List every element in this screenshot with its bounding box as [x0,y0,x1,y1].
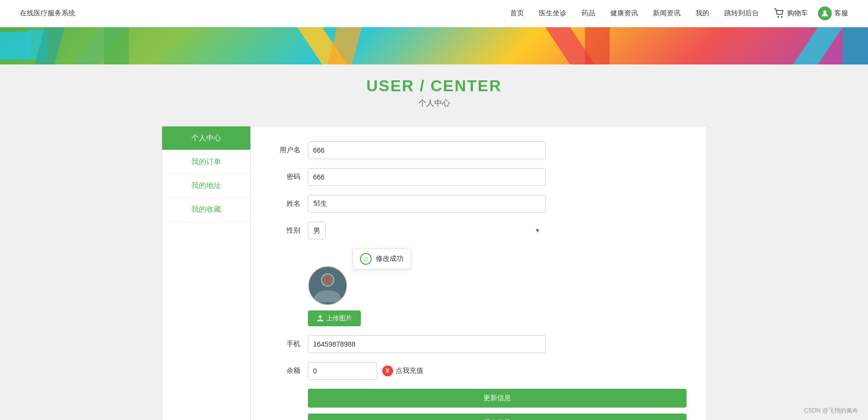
banner [0,27,868,64]
username-input[interactable] [308,141,546,159]
nav-links: 首页 医生坐诊 药品 健康资讯 新闻资讯 我的 跳转到后台 [510,9,759,18]
nav-item-home[interactable]: 首页 [510,9,524,18]
svg-rect-3 [0,32,30,60]
svg-marker-12 [793,27,843,64]
success-tooltip: ☺ 修改成功 [352,248,411,269]
svg-rect-17 [317,320,323,321]
username-row: 用户名 [271,141,687,159]
nav-item-medicine[interactable]: 药品 [581,9,595,18]
sidebar-item-personal-center[interactable]: 个人中心 [162,126,250,150]
gender-select-wrapper: 男 女 ▼ [308,222,546,240]
cart-label: 购物车 [787,9,808,18]
phone-row: 手机 [271,335,687,353]
svg-point-0 [778,16,779,18]
balance-input[interactable] [308,362,377,380]
cart-icon [774,8,785,18]
recharge-link[interactable]: ¥ 点我充值 [382,365,423,376]
sidebar-item-address[interactable]: 我的地址 [162,174,250,198]
name-label: 姓名 [271,199,300,208]
nav-item-backend[interactable]: 跳转到后台 [724,9,759,18]
service-icon [818,6,832,20]
gender-label: 性别 [271,226,300,235]
upload-button[interactable]: 上传图片 [308,310,361,326]
nav-item-health[interactable]: 健康资讯 [610,9,638,18]
chevron-down-icon: ▼ [535,227,541,234]
svg-point-16 [322,274,333,286]
balance-label: 余额 [271,366,300,375]
password-label: 密码 [271,173,300,181]
svg-rect-13 [843,27,868,64]
name-input[interactable] [308,195,546,213]
form-area: 用户名 密码 姓名 性别 男 女 ▼ [251,126,707,420]
nav-service[interactable]: 客服 [818,6,848,20]
svg-rect-7 [104,27,129,64]
upload-btn-label: 上传图片 [326,314,352,323]
svg-point-2 [823,10,826,13]
avatar [308,266,347,305]
name-row: 姓名 [271,195,687,213]
nav-right: 购物车 客服 [774,6,848,20]
action-buttons: 更新信息 退出登录 [308,389,687,420]
nav-item-news[interactable]: 新闻资讯 [653,9,681,18]
update-button[interactable]: 更新信息 [308,389,687,408]
sidebar: 个人中心 我的订单 我的地址 我的收藏 [162,126,251,420]
logout-button[interactable]: 退出登录 [308,414,687,420]
service-label: 客服 [834,9,848,18]
gender-select[interactable]: 男 女 [308,222,326,240]
page-header: USER / CENTER 个人中心 [0,64,868,116]
username-label: 用户名 [271,146,300,155]
svg-rect-11 [585,27,610,64]
navbar: 在线医疗服务系统 首页 医生坐诊 药品 健康资讯 新闻资讯 我的 跳转到后台 购… [0,0,868,27]
yuan-icon: ¥ [382,365,393,376]
main-content: 个人中心 我的订单 我的地址 我的收藏 用户名 密码 姓名 性别 男 女 [162,126,707,420]
page-subtitle: 个人中心 [0,98,868,109]
password-input[interactable] [308,168,546,186]
sidebar-item-favorites[interactable]: 我的收藏 [162,198,250,222]
smiley-icon: ☺ [360,253,372,265]
phone-input[interactable] [308,335,546,353]
footer-watermark: CSDN @飞翔的佩奇 [804,407,858,415]
recharge-label: 点我充值 [396,366,423,375]
sidebar-item-orders[interactable]: 我的订单 [162,150,250,174]
svg-marker-9 [327,27,362,64]
nav-item-mine[interactable]: 我的 [695,9,709,18]
avatar-section: ☺ 修改成功 [308,248,687,326]
phone-label: 手机 [271,340,300,349]
avatar-image [309,266,347,305]
balance-row: 余额 ¥ 点我充值 [271,362,687,380]
nav-brand: 在线医疗服务系统 [20,9,75,18]
nav-cart[interactable]: 购物车 [774,8,808,18]
svg-point-1 [781,16,783,18]
password-row: 密码 [271,168,687,186]
gender-row: 性别 男 女 ▼ [271,222,687,240]
nav-item-doctor[interactable]: 医生坐诊 [539,9,567,18]
page-title: USER / CENTER [0,77,868,95]
banner-svg [0,27,868,64]
upload-icon [317,315,324,322]
success-message: 修改成功 [376,254,404,263]
